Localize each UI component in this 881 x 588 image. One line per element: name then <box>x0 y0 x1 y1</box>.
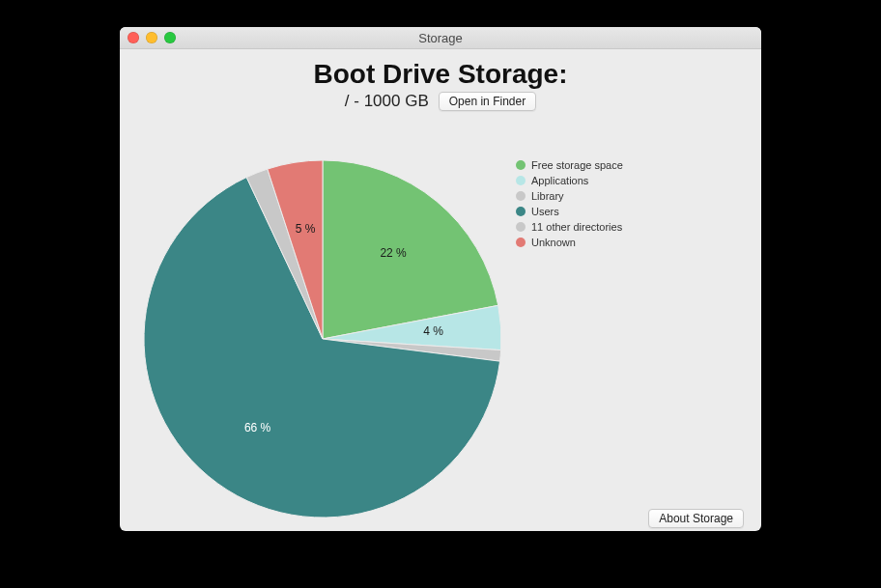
legend-label: Free storage space <box>531 158 623 172</box>
legend-swatch-icon <box>516 222 526 232</box>
traffic-lights <box>128 32 176 43</box>
app-window: Storage Boot Drive Storage: / - 1000 GB … <box>120 27 761 531</box>
pie-chart: 22 %4 %66 %5 % <box>139 155 506 522</box>
open-in-finder-button[interactable]: Open in Finder <box>439 92 536 111</box>
window-title: Storage <box>418 31 463 45</box>
subheader-row: / - 1000 GB Open in Finder <box>120 92 761 111</box>
legend-item[interactable]: 11 other directories <box>516 220 623 234</box>
pie-slice-label: 4 % <box>423 324 443 338</box>
pie-slice-label: 66 % <box>244 421 271 434</box>
titlebar[interactable]: Storage <box>120 27 761 49</box>
about-storage-button[interactable]: About Storage <box>648 509 744 528</box>
chart-legend: Free storage spaceApplicationsLibraryUse… <box>516 158 623 251</box>
legend-swatch-icon <box>516 191 526 201</box>
pie-slice-label: 5 % <box>296 222 316 236</box>
legend-swatch-icon <box>516 160 526 170</box>
close-icon[interactable] <box>128 32 139 43</box>
pie-slice-label: 22 % <box>380 246 407 260</box>
legend-item[interactable]: Library <box>516 189 623 203</box>
legend-label: Library <box>531 189 564 203</box>
content-area: Boot Drive Storage: / - 1000 GB Open in … <box>120 59 761 531</box>
legend-swatch-icon <box>516 207 526 216</box>
legend-item[interactable]: Unknown <box>516 236 623 249</box>
maximize-icon[interactable] <box>164 32 176 43</box>
legend-label: Applications <box>531 174 588 187</box>
legend-label: Unknown <box>531 236 576 249</box>
legend-item[interactable]: Users <box>516 205 623 218</box>
page-title: Boot Drive Storage: <box>120 59 761 90</box>
legend-label: Users <box>531 205 559 218</box>
drive-path-size: / - 1000 GB <box>345 92 429 111</box>
legend-item[interactable]: Applications <box>516 174 623 187</box>
legend-swatch-icon <box>516 238 526 247</box>
legend-label: 11 other directories <box>531 220 622 234</box>
legend-item[interactable]: Free storage space <box>516 158 623 172</box>
legend-swatch-icon <box>516 176 526 185</box>
minimize-icon[interactable] <box>146 32 157 43</box>
